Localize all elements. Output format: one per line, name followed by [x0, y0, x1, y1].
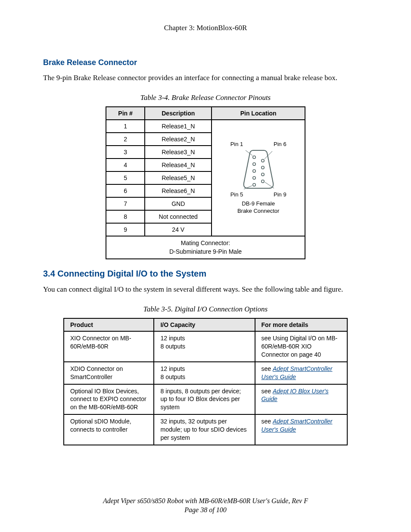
svg-line-12 — [265, 182, 274, 188]
capacity-cell: 32 inputs, 32 outputs per module; up to … — [154, 414, 255, 445]
svg-point-4 — [252, 184, 255, 186]
pin-cell: 1 — [106, 120, 145, 133]
pin-cell: 5 — [106, 171, 145, 184]
svg-point-0 — [252, 156, 255, 159]
pin-cell: 6 — [106, 184, 145, 197]
pin-cell: 4 — [106, 159, 145, 171]
details-cell: see Adept IO Blox User's Guide — [255, 384, 347, 415]
db9-caption-line1: DB-9 Female — [237, 200, 280, 208]
svg-point-6 — [261, 166, 264, 169]
svg-point-1 — [252, 163, 255, 165]
section-3-4-heading: 3.4 Connecting Digital I/O to the System — [43, 269, 368, 279]
intro-paragraph: The 9-pin Brake Release connector provid… — [43, 73, 368, 83]
col-product: Product — [64, 318, 154, 331]
desc-cell: Release5_N — [145, 171, 212, 184]
section-3-4-paragraph: You can connect digital I/O to the syste… — [43, 285, 368, 295]
capacity-cell: 12 inputs 8 outputs — [154, 331, 255, 362]
desc-cell: Release2_N — [145, 133, 212, 146]
pin-cell: 8 — [106, 210, 145, 223]
desc-cell: GND — [145, 197, 212, 210]
svg-point-5 — [261, 159, 264, 162]
pin1-label: Pin 1 — [230, 141, 243, 147]
product-cell: XDIO Connector on SmartController — [64, 362, 154, 384]
details-cell: see Adept SmartController User's Guide — [255, 362, 347, 384]
mating-line1: Mating Connector: — [181, 240, 230, 246]
desc-cell: Not connected — [145, 210, 212, 223]
desc-cell: 24 V — [145, 223, 212, 236]
product-cell: Optional IO Blox Devices, connect to EXP… — [64, 384, 154, 415]
table-3-5-caption: Table 3-5. Digital I/O Connection Option… — [43, 305, 368, 314]
desc-cell: Release3_N — [145, 146, 212, 159]
product-cell: Optional sDIO Module, connects to contro… — [64, 414, 154, 445]
table-row: 1 Release1_N Pin 1 Pin 6 — [106, 120, 305, 133]
col-location: Pin Location — [212, 107, 305, 120]
pin-cell: 9 — [106, 223, 145, 236]
pin-location-figure-cell: Pin 1 Pin 6 — [212, 120, 305, 236]
pin9-label: Pin 9 — [274, 191, 286, 198]
pin-cell: 7 — [106, 197, 145, 210]
col-capacity: I/O Capacity — [154, 318, 255, 331]
desc-cell: Release4_N — [145, 159, 212, 171]
capacity-cell: 12 inputs 8 outputs — [154, 362, 255, 384]
table-3-4-caption: Table 3-4. Brake Release Connector Pinou… — [43, 93, 368, 102]
subheading-brake-release: Brake Release Connector — [43, 58, 368, 67]
svg-point-8 — [261, 180, 264, 183]
svg-point-3 — [252, 177, 255, 179]
table-row: XDIO Connector on SmartController 12 inp… — [64, 362, 347, 384]
capacity-cell: 8 inputs, 8 outputs per device; up to fo… — [154, 384, 255, 415]
page-footer: Adept Viper s650/s850 Robot with MB-60R/… — [0, 496, 411, 515]
details-cell: see Adept SmartController User's Guide — [255, 414, 347, 445]
svg-point-2 — [252, 170, 255, 172]
table-row: Optional IO Blox Devices, connect to EXP… — [64, 384, 347, 415]
db9-connector-icon — [241, 149, 276, 190]
pin-cell: 3 — [106, 146, 145, 159]
pin5-label: Pin 5 — [230, 191, 243, 198]
product-cell: XIO Connector on MB-60R/eMB-60R — [64, 331, 154, 362]
table-header-row: Pin # Description Pin Location — [106, 107, 305, 120]
pin6-label: Pin 6 — [274, 141, 286, 147]
mating-line2: D-Subminiature 9-Pin Male — [169, 248, 242, 255]
mating-row: Mating Connector: D-Subminiature 9-Pin M… — [106, 236, 305, 259]
col-pin: Pin # — [106, 107, 145, 120]
col-details: For more details — [255, 318, 347, 331]
footer-line1: Adept Viper s650/s850 Robot with MB-60R/… — [0, 496, 411, 506]
table-row: Optional sDIO Module, connects to contro… — [64, 414, 347, 445]
col-desc: Description — [145, 107, 212, 120]
table-row: XIO Connector on MB-60R/eMB-60R 12 input… — [64, 331, 347, 362]
pinout-table: Pin # Description Pin Location 1 Release… — [106, 106, 305, 259]
table-header-row: Product I/O Capacity For more details — [64, 318, 347, 331]
svg-point-7 — [261, 173, 264, 176]
db9-caption-line2: Brake Connector — [237, 208, 280, 215]
io-options-table: Product I/O Capacity For more details XI… — [63, 318, 348, 445]
desc-cell: Release1_N — [145, 120, 212, 133]
page: Chapter 3: MotionBlox-60R Brake Release … — [0, 0, 411, 532]
desc-cell: Release6_N — [145, 184, 212, 197]
details-cell: see Using Digital I/O on MB-60R/eMB-60R … — [255, 331, 347, 362]
pin-cell: 2 — [106, 133, 145, 146]
running-header: Chapter 3: MotionBlox-60R — [43, 24, 368, 32]
db9-figure: Pin 1 Pin 6 — [217, 141, 299, 215]
footer-line2: Page 38 of 100 — [0, 505, 411, 515]
